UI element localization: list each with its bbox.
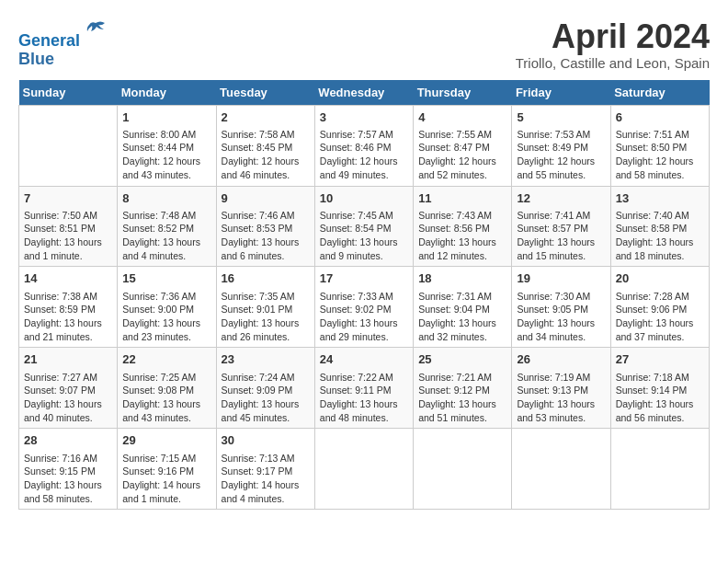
day-header-sunday: Sunday [19, 80, 118, 106]
day-info: Sunrise: 7:27 AM Sunset: 9:07 PM Dayligh… [24, 371, 112, 425]
week-row-1: 7Sunrise: 7:50 AM Sunset: 8:51 PM Daylig… [19, 186, 710, 267]
day-info: Sunrise: 7:33 AM Sunset: 9:02 PM Dayligh… [320, 290, 408, 344]
week-row-3: 21Sunrise: 7:27 AM Sunset: 9:07 PM Dayli… [19, 348, 710, 429]
calendar-cell: 23Sunrise: 7:24 AM Sunset: 9:09 PM Dayli… [216, 348, 314, 429]
calendar-cell: 6Sunrise: 7:51 AM Sunset: 8:50 PM Daylig… [610, 105, 709, 186]
day-number: 10 [320, 190, 408, 207]
day-number: 28 [24, 432, 112, 449]
day-header-tuesday: Tuesday [216, 80, 314, 106]
calendar-cell: 4Sunrise: 7:55 AM Sunset: 8:47 PM Daylig… [414, 105, 512, 186]
day-info: Sunrise: 7:18 AM Sunset: 9:14 PM Dayligh… [616, 371, 704, 425]
day-info: Sunrise: 7:22 AM Sunset: 9:11 PM Dayligh… [320, 371, 408, 425]
day-number: 14 [24, 270, 112, 287]
day-number: 27 [616, 351, 704, 368]
day-number: 29 [122, 432, 210, 449]
calendar-cell [512, 429, 610, 510]
day-number: 11 [418, 190, 506, 207]
calendar-cell: 13Sunrise: 7:40 AM Sunset: 8:58 PM Dayli… [610, 186, 709, 267]
day-number: 3 [320, 109, 408, 126]
page-header: General Blue April 2024 Triollo, Castill… [18, 18, 710, 71]
day-number: 12 [517, 190, 605, 207]
day-info: Sunrise: 7:24 AM Sunset: 9:09 PM Dayligh… [222, 371, 310, 425]
day-number: 2 [222, 109, 310, 126]
day-number: 19 [517, 270, 605, 287]
day-number: 26 [517, 351, 605, 368]
logo-general: General [18, 31, 80, 50]
day-number: 7 [24, 190, 112, 207]
day-number: 23 [222, 351, 310, 368]
calendar-cell: 16Sunrise: 7:35 AM Sunset: 9:01 PM Dayli… [216, 267, 314, 348]
day-header-thursday: Thursday [414, 80, 512, 106]
logo-blue: Blue [18, 50, 54, 68]
calendar-cell: 10Sunrise: 7:45 AM Sunset: 8:54 PM Dayli… [314, 186, 413, 267]
day-number: 4 [418, 109, 506, 126]
week-row-0: 1Sunrise: 8:00 AM Sunset: 8:44 PM Daylig… [19, 105, 710, 186]
calendar-cell: 25Sunrise: 7:21 AM Sunset: 9:12 PM Dayli… [414, 348, 512, 429]
calendar-cell: 19Sunrise: 7:30 AM Sunset: 9:05 PM Dayli… [512, 267, 610, 348]
logo-bird-icon [82, 18, 109, 46]
day-info: Sunrise: 7:21 AM Sunset: 9:12 PM Dayligh… [418, 371, 506, 425]
calendar-cell [314, 429, 413, 510]
calendar-cell: 7Sunrise: 7:50 AM Sunset: 8:51 PM Daylig… [19, 186, 118, 267]
calendar-cell: 27Sunrise: 7:18 AM Sunset: 9:14 PM Dayli… [610, 348, 709, 429]
day-number: 24 [320, 351, 408, 368]
day-info: Sunrise: 7:16 AM Sunset: 9:15 PM Dayligh… [24, 452, 112, 506]
day-info: Sunrise: 7:43 AM Sunset: 8:56 PM Dayligh… [418, 209, 506, 263]
calendar-cell: 8Sunrise: 7:48 AM Sunset: 8:52 PM Daylig… [118, 186, 216, 267]
calendar-cell: 28Sunrise: 7:16 AM Sunset: 9:15 PM Dayli… [19, 429, 118, 510]
calendar-cell: 1Sunrise: 8:00 AM Sunset: 8:44 PM Daylig… [118, 105, 216, 186]
calendar-cell: 14Sunrise: 7:38 AM Sunset: 8:59 PM Dayli… [19, 267, 118, 348]
day-number: 15 [122, 270, 210, 287]
calendar-cell: 29Sunrise: 7:15 AM Sunset: 9:16 PM Dayli… [118, 429, 216, 510]
day-number: 20 [616, 270, 704, 287]
day-info: Sunrise: 7:36 AM Sunset: 9:00 PM Dayligh… [122, 290, 210, 344]
calendar-cell: 26Sunrise: 7:19 AM Sunset: 9:13 PM Dayli… [512, 348, 610, 429]
day-header-monday: Monday [118, 80, 216, 106]
calendar-cell [610, 429, 709, 510]
days-header-row: SundayMondayTuesdayWednesdayThursdayFrid… [19, 80, 710, 106]
calendar-cell [19, 105, 118, 186]
calendar-cell: 11Sunrise: 7:43 AM Sunset: 8:56 PM Dayli… [414, 186, 512, 267]
day-info: Sunrise: 7:19 AM Sunset: 9:13 PM Dayligh… [517, 371, 605, 425]
day-info: Sunrise: 7:57 AM Sunset: 8:46 PM Dayligh… [320, 128, 408, 182]
calendar-cell: 30Sunrise: 7:13 AM Sunset: 9:17 PM Dayli… [216, 429, 314, 510]
day-info: Sunrise: 7:40 AM Sunset: 8:58 PM Dayligh… [616, 209, 704, 263]
calendar-cell: 15Sunrise: 7:36 AM Sunset: 9:00 PM Dayli… [118, 267, 216, 348]
day-number: 30 [222, 432, 310, 449]
day-number: 6 [616, 109, 704, 126]
day-info: Sunrise: 7:46 AM Sunset: 8:53 PM Dayligh… [222, 209, 310, 263]
day-header-friday: Friday [512, 80, 610, 106]
day-info: Sunrise: 7:31 AM Sunset: 9:04 PM Dayligh… [418, 290, 506, 344]
logo-text: General Blue [18, 18, 109, 69]
calendar-cell: 22Sunrise: 7:25 AM Sunset: 9:08 PM Dayli… [118, 348, 216, 429]
day-info: Sunrise: 7:50 AM Sunset: 8:51 PM Dayligh… [24, 209, 112, 263]
day-info: Sunrise: 7:53 AM Sunset: 8:49 PM Dayligh… [517, 128, 605, 182]
calendar-table: SundayMondayTuesdayWednesdayThursdayFrid… [18, 80, 710, 511]
day-info: Sunrise: 7:41 AM Sunset: 8:57 PM Dayligh… [517, 209, 605, 263]
day-number: 16 [222, 270, 310, 287]
calendar-cell: 12Sunrise: 7:41 AM Sunset: 8:57 PM Dayli… [512, 186, 610, 267]
calendar-cell: 3Sunrise: 7:57 AM Sunset: 8:46 PM Daylig… [314, 105, 413, 186]
day-info: Sunrise: 7:35 AM Sunset: 9:01 PM Dayligh… [222, 290, 310, 344]
day-number: 22 [122, 351, 210, 368]
calendar-body: 1Sunrise: 8:00 AM Sunset: 8:44 PM Daylig… [19, 105, 710, 510]
logo: General Blue [18, 18, 109, 69]
calendar-cell: 5Sunrise: 7:53 AM Sunset: 8:49 PM Daylig… [512, 105, 610, 186]
day-number: 13 [616, 190, 704, 207]
day-header-saturday: Saturday [610, 80, 709, 106]
calendar-cell: 20Sunrise: 7:28 AM Sunset: 9:06 PM Dayli… [610, 267, 709, 348]
day-number: 1 [122, 109, 210, 126]
calendar-cell: 17Sunrise: 7:33 AM Sunset: 9:02 PM Dayli… [314, 267, 413, 348]
day-header-wednesday: Wednesday [314, 80, 413, 106]
day-number: 8 [122, 190, 210, 207]
day-number: 17 [320, 270, 408, 287]
day-info: Sunrise: 7:55 AM Sunset: 8:47 PM Dayligh… [418, 128, 506, 182]
day-number: 9 [222, 190, 310, 207]
day-number: 18 [418, 270, 506, 287]
calendar-cell: 18Sunrise: 7:31 AM Sunset: 9:04 PM Dayli… [414, 267, 512, 348]
day-info: Sunrise: 7:58 AM Sunset: 8:45 PM Dayligh… [222, 128, 310, 182]
day-info: Sunrise: 7:13 AM Sunset: 9:17 PM Dayligh… [222, 452, 310, 506]
day-info: Sunrise: 7:45 AM Sunset: 8:54 PM Dayligh… [320, 209, 408, 263]
day-info: Sunrise: 7:30 AM Sunset: 9:05 PM Dayligh… [517, 290, 605, 344]
day-info: Sunrise: 8:00 AM Sunset: 8:44 PM Dayligh… [122, 128, 210, 182]
